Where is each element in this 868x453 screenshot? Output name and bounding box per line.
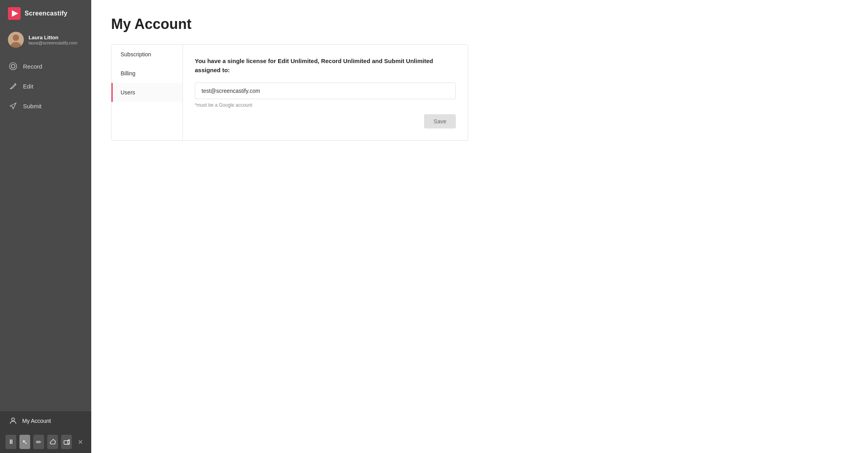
tab-subscription[interactable]: Subscription (111, 45, 182, 64)
user-area: Laura Litton laura@screencastify.com (0, 27, 91, 52)
tab-billing[interactable]: Billing (111, 64, 182, 83)
bottom-bar: My Account ⏸ ↖ ✏ ✕ (0, 411, 91, 453)
users-panel: You have a single license for Edit Unlim… (183, 45, 468, 140)
google-account-note: *must be a Google account (195, 102, 456, 108)
close-button[interactable]: ✕ (75, 435, 86, 449)
avatar-image (8, 32, 24, 48)
svg-point-6 (10, 63, 17, 70)
nav-items: Record Edit Submit (0, 56, 91, 411)
license-description: You have a single license for Edit Unlim… (195, 57, 456, 75)
pause-button[interactable]: ⏸ (6, 435, 16, 449)
cursor-button[interactable]: ↖ (19, 435, 30, 449)
user-email: laura@screencastify.com (29, 40, 77, 45)
record-label: Record (23, 63, 42, 70)
sidebar-item-edit[interactable]: Edit (0, 76, 91, 96)
page-title: My Account (111, 16, 848, 33)
user-email-input[interactable] (195, 83, 456, 99)
tab-users[interactable]: Users (111, 83, 182, 102)
my-account-label: My Account (22, 418, 51, 424)
logo-area: Screencastify (0, 0, 91, 27)
user-info: Laura Litton laura@screencastify.com (29, 35, 77, 45)
svg-point-3 (13, 35, 19, 41)
camera-icon (63, 439, 70, 445)
account-panel: Subscription Billing Users You have a si… (111, 44, 468, 141)
submit-label: Submit (23, 103, 42, 109)
sidebar-item-submit[interactable]: Submit (0, 96, 91, 116)
screencastify-logo-icon (8, 7, 21, 20)
camera-button[interactable] (61, 435, 72, 449)
svg-point-5 (11, 64, 15, 68)
svg-marker-11 (67, 440, 69, 444)
app-name: Screencastify (25, 10, 67, 17)
save-button[interactable]: Save (424, 114, 456, 129)
record-icon (9, 62, 17, 71)
toolbar-buttons: ⏸ ↖ ✏ ✕ (0, 431, 91, 453)
edit-label: Edit (23, 83, 33, 90)
main-content: My Account Subscription Billing Users Yo… (91, 0, 868, 453)
eraser-icon (50, 439, 56, 445)
submit-icon (9, 102, 17, 110)
pen-button[interactable]: ✏ (33, 435, 44, 449)
sidebar-item-record[interactable]: Record (0, 56, 91, 76)
account-left-nav: Subscription Billing Users (111, 45, 183, 140)
my-account-nav-item[interactable]: My Account (0, 411, 91, 431)
edit-icon (9, 82, 17, 90)
eraser-button[interactable] (47, 435, 58, 449)
sidebar: Screencastify Laura Litton laura@screenc… (0, 0, 91, 453)
avatar (8, 32, 24, 48)
user-name: Laura Litton (29, 35, 77, 40)
account-icon (9, 417, 17, 425)
svg-point-9 (12, 418, 14, 421)
